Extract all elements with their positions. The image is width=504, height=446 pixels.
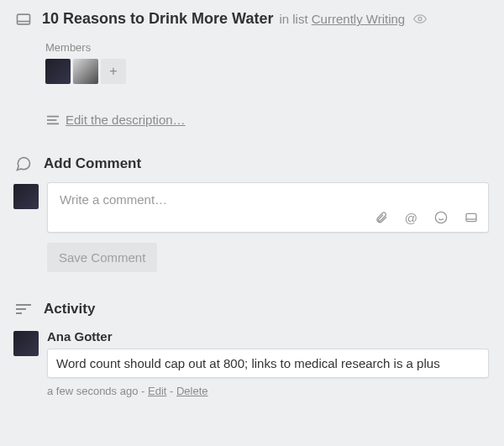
in-list-label: in list — [279, 12, 307, 26]
member-avatar[interactable] — [73, 59, 98, 84]
card-title: 10 Reasons to Drink More Water — [42, 10, 273, 27]
svg-point-6 — [435, 212, 446, 223]
activity-avatar[interactable] — [13, 331, 39, 356]
watch-icon[interactable] — [413, 13, 427, 26]
comment-box[interactable]: @ — [47, 182, 489, 233]
activity-time: a few seconds ago — [47, 385, 138, 397]
list-link[interactable]: Currently Writing — [312, 12, 405, 26]
add-member-button[interactable]: + — [101, 59, 126, 84]
comment-input[interactable] — [58, 192, 478, 207]
members-label: Members — [45, 41, 489, 54]
save-comment-button[interactable]: Save Comment — [47, 243, 157, 272]
card-icon — [15, 11, 32, 28]
activity-icon — [16, 303, 31, 315]
svg-rect-9 — [466, 213, 476, 221]
comment-icon — [15, 155, 32, 172]
svg-rect-0 — [18, 14, 30, 24]
member-avatar[interactable] — [45, 59, 71, 84]
emoji-icon[interactable] — [434, 211, 448, 225]
activity-delete-link[interactable]: Delete — [176, 385, 208, 397]
activity-author[interactable]: Ana Gotter — [47, 329, 489, 344]
svg-point-2 — [418, 18, 422, 21]
activity-edit-link[interactable]: Edit — [148, 385, 166, 397]
activity-heading: Activity — [44, 301, 95, 317]
edit-description-link[interactable]: Edit the description… — [66, 113, 186, 127]
activity-comment-text: Word count should cap out at 800; links … — [47, 349, 489, 378]
mention-icon[interactable]: @ — [405, 211, 417, 225]
card-attach-icon[interactable] — [465, 211, 478, 225]
attachment-icon[interactable] — [375, 211, 388, 225]
current-user-avatar — [13, 184, 39, 209]
description-icon — [47, 115, 59, 125]
add-comment-heading: Add Comment — [44, 155, 141, 172]
